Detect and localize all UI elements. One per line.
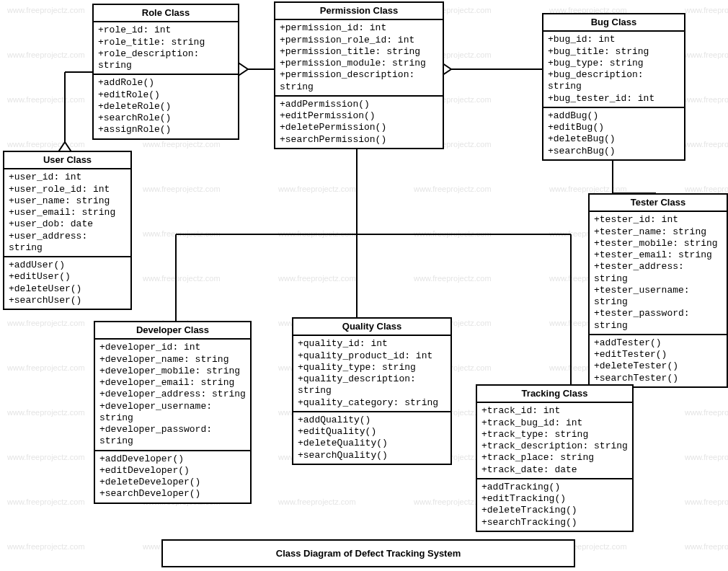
class-role: Role Class +role_id: int+role_title: str… — [92, 4, 239, 140]
class-name: User Class — [4, 152, 130, 169]
class-methods: +addRole()+editRole()+deleteRole()+searc… — [94, 74, 238, 138]
class-quality: Quality Class +quality_id: int+quality_p… — [292, 317, 452, 465]
class-user: User Class +user_id: int+user_role_id: i… — [3, 151, 132, 310]
class-attributes: +developer_id: int+developer_name: strin… — [95, 340, 250, 449]
class-name: Bug Class — [543, 14, 684, 32]
diagram-caption: Class Diagram of Defect Tracking System — [161, 539, 575, 567]
class-methods: +addTracking()+editTracking()+deleteTrac… — [477, 478, 632, 531]
class-name: Tracking Class — [477, 386, 632, 403]
class-tracking: Tracking Class +track_id: int+track_bug_… — [476, 384, 634, 532]
class-attributes: +role_id: int+role_title: string+role_de… — [94, 22, 238, 74]
class-developer: Developer Class +developer_id: int+devel… — [94, 321, 252, 504]
class-name: Tester Class — [590, 195, 727, 212]
class-attributes: +permission_id: int+permission_role_id: … — [275, 20, 443, 95]
class-permission: Permission Class +permission_id: int+per… — [274, 1, 444, 149]
class-attributes: +bug_id: int+bug_title: string+bug_type:… — [543, 32, 684, 107]
class-name: Permission Class — [275, 3, 443, 20]
class-tester: Tester Class +tester_id: int+tester_name… — [588, 193, 728, 388]
class-name: Developer Class — [95, 322, 250, 340]
class-methods: +addUser()+editUser()+deleteUser()+searc… — [4, 256, 130, 309]
class-attributes: +user_id: int+user_role_id: int+user_nam… — [4, 169, 130, 256]
class-name: Role Class — [94, 5, 238, 22]
class-attributes: +quality_id: int+quality_product_id: int… — [293, 336, 450, 411]
class-methods: +addDeveloper()+editDeveloper()+deleteDe… — [95, 450, 250, 503]
class-attributes: +tester_id: int+tester_name: string+test… — [590, 212, 727, 334]
class-methods: +addPermission()+editPermission()+delete… — [275, 95, 443, 148]
class-methods: +addTester()+editTester()+deleteTester()… — [590, 334, 727, 386]
class-name: Quality Class — [293, 319, 450, 336]
class-methods: +addQuality()+editQuality()+deleteQualit… — [293, 411, 450, 464]
class-methods: +addBug()+editBug()+deleteBug()+searchBu… — [543, 107, 684, 159]
class-attributes: +track_id: int+track_bug_id: int+track_t… — [477, 403, 632, 478]
class-bug: Bug Class +bug_id: int+bug_title: string… — [542, 13, 685, 161]
